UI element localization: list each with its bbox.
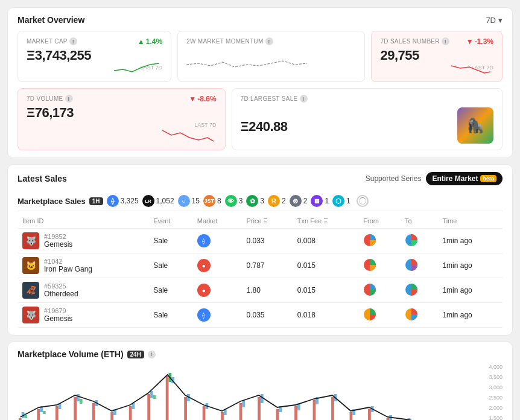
token4-count: 8 bbox=[217, 197, 221, 205]
item-thumb-2: 🦧 bbox=[22, 282, 39, 299]
token-4[interactable]: JST 8 bbox=[203, 195, 221, 207]
marketplace-sales-label: Marketplace Sales bbox=[17, 197, 86, 206]
svg-rect-43 bbox=[294, 406, 297, 420]
marketplace-sales-row: Marketplace Sales 1H ⟠ 3,325 LR 1,052 ○ … bbox=[17, 191, 503, 211]
table-header-row: Item ID Event Market Price Ξ Txn Fee Ξ F… bbox=[17, 214, 503, 229]
item-name-0: Gemesis bbox=[44, 240, 72, 249]
token-x2y2[interactable]: ○ 15 bbox=[178, 195, 200, 207]
token-7[interactable]: R 2 bbox=[268, 195, 286, 207]
arrow-down-icon: ▼ bbox=[466, 37, 474, 46]
token9-count: 1 bbox=[325, 197, 329, 205]
sales-table: Item ID Event Market Price Ξ Txn Fee Ξ F… bbox=[17, 214, 503, 328]
market-overview-header: Market Overview 7D ▾ bbox=[17, 15, 503, 25]
svg-rect-35 bbox=[221, 412, 224, 420]
to-pie-0 bbox=[405, 234, 418, 247]
to-cell-1 bbox=[400, 253, 438, 278]
stats-row-bottom: 7D VOLUME i ▼ -8.6% Ξ76,173 LAST 7D 7D L… bbox=[17, 88, 503, 150]
svg-rect-11 bbox=[37, 409, 40, 420]
price-cell-3: 0.035 bbox=[241, 303, 292, 328]
latest-sales-card: Latest Sales Supported Series Entire Mar… bbox=[7, 164, 513, 336]
svg-rect-28 bbox=[166, 376, 169, 420]
time-cell-2: 1min ago bbox=[437, 278, 503, 303]
token-opensea[interactable]: ⟠ 3,325 bbox=[107, 195, 139, 207]
svg-rect-13 bbox=[43, 411, 46, 414]
info-icon-2: i bbox=[265, 37, 273, 45]
info-icon: i bbox=[69, 37, 77, 45]
market-cell-1: ● bbox=[192, 253, 242, 278]
svg-rect-16 bbox=[74, 397, 77, 420]
y-label-6: 1,500 bbox=[480, 415, 503, 420]
sales-number-badge: ▼ -1.3% bbox=[466, 37, 493, 46]
token6-icon: ✿ bbox=[246, 195, 258, 207]
table-row: 🐱 #1042 Iron Paw Gang Sale●0.7870.015 1m… bbox=[17, 253, 503, 278]
to-pie-1 bbox=[405, 258, 418, 272]
market-tabs: Supported Series Entire Market beta bbox=[366, 172, 503, 185]
momentum-label: 2W MARKET MOMENTUM i bbox=[186, 37, 356, 45]
token4-icon: JST bbox=[203, 195, 215, 207]
sales-number-card: 7D SALES NUMBER i ▼ -1.3% 29,755 LAST 7D bbox=[371, 31, 503, 82]
market-cell-2: ● bbox=[192, 278, 242, 303]
svg-rect-10 bbox=[24, 415, 27, 418]
market-overview-card: Market Overview 7D ▾ MARKET CAP i ▲ 1.4%… bbox=[7, 7, 513, 158]
token-10[interactable]: ⬡ 1 bbox=[332, 195, 350, 207]
momentum-chart bbox=[186, 54, 356, 75]
from-cell-0 bbox=[358, 229, 400, 253]
from-pie-1 bbox=[363, 258, 376, 272]
token-9[interactable]: ▦ 1 bbox=[311, 195, 329, 207]
y-label-1: 4,000 bbox=[480, 364, 503, 370]
item-thumb-1: 🐱 bbox=[22, 257, 39, 274]
time-selector[interactable]: 7D ▾ bbox=[486, 16, 503, 25]
info-icon-5: i bbox=[300, 95, 308, 103]
y-label-3: 3,000 bbox=[480, 384, 503, 390]
token7-icon: R bbox=[268, 195, 280, 207]
from-cell-2 bbox=[358, 278, 400, 303]
event-cell-1: Sale bbox=[148, 253, 192, 278]
x2y2-count: 15 bbox=[192, 197, 200, 205]
token5-icon: 👁 bbox=[225, 195, 237, 207]
svg-rect-51 bbox=[368, 409, 371, 420]
to-cell-2 bbox=[400, 278, 438, 303]
latest-sales-header: Latest Sales Supported Series Entire Mar… bbox=[17, 172, 503, 185]
item-id-0: #19852 bbox=[44, 233, 72, 240]
chart-wrapper: 10 PM 11 PM 12 AM 1 AM 2 AM 3 AM 4 AM 5 … bbox=[17, 364, 503, 420]
opensea-count: 3,325 bbox=[121, 197, 139, 205]
item-thumb-3: 🐺 bbox=[22, 307, 39, 323]
arrow-down-icon-2: ▼ bbox=[189, 95, 196, 103]
largest-sale-label: 7D LARGEST SALE i bbox=[241, 95, 493, 103]
token-6[interactable]: ✿ 3 bbox=[246, 195, 264, 207]
token10-icon: ⬡ bbox=[332, 195, 344, 207]
item-id-1: #1042 bbox=[44, 258, 92, 265]
txn-fee-cell-2: 0.015 bbox=[293, 278, 359, 303]
info-icon-4: i bbox=[65, 95, 73, 103]
token-8[interactable]: ⊗ 2 bbox=[290, 195, 308, 207]
volume-chart-sparkline bbox=[162, 124, 217, 145]
col-to: To bbox=[400, 214, 438, 229]
item-cell-3: 🐺 #19679 Gemesis bbox=[17, 303, 148, 328]
txn-fee-cell-0: 0.008 bbox=[293, 229, 359, 253]
price-cell-2: 1.80 bbox=[241, 278, 292, 303]
tab-supported-series[interactable]: Supported Series bbox=[366, 174, 422, 183]
to-pie-2 bbox=[405, 283, 418, 296]
token-looksrare[interactable]: LR 1,052 bbox=[142, 195, 174, 207]
price-cell-0: 0.033 bbox=[241, 229, 292, 253]
chevron-down-icon: ▾ bbox=[498, 16, 503, 25]
table-row: 🐺 #19852 Gemesis Sale⟠0.0330.008 1min ag… bbox=[17, 229, 503, 253]
market-cap-chart bbox=[114, 59, 162, 77]
volume-value: Ξ76,173 bbox=[27, 105, 217, 121]
y-label-4: 2,500 bbox=[480, 395, 503, 401]
col-item-id: Item ID bbox=[17, 214, 148, 229]
event-cell-2: Sale bbox=[148, 278, 192, 303]
y-axis-labels: 4,000 3,500 3,000 2,500 2,000 1,500 1,00… bbox=[477, 364, 503, 420]
svg-rect-37 bbox=[239, 403, 243, 420]
spinner-icon bbox=[357, 195, 369, 207]
col-market: Market bbox=[192, 214, 242, 229]
tab-entire-market[interactable]: Entire Market beta bbox=[426, 172, 503, 185]
volume-label: 7D VOLUME i bbox=[27, 95, 217, 103]
txn-fee-cell-3: 0.018 bbox=[293, 303, 359, 328]
token-5[interactable]: 👁 3 bbox=[225, 195, 243, 207]
info-icon-volume: i bbox=[148, 351, 156, 358]
col-txn-fee: Txn Fee Ξ bbox=[293, 214, 359, 229]
largest-sale-value: Ξ240.88 bbox=[241, 119, 288, 135]
svg-rect-21 bbox=[110, 412, 113, 420]
svg-rect-38 bbox=[242, 400, 245, 407]
